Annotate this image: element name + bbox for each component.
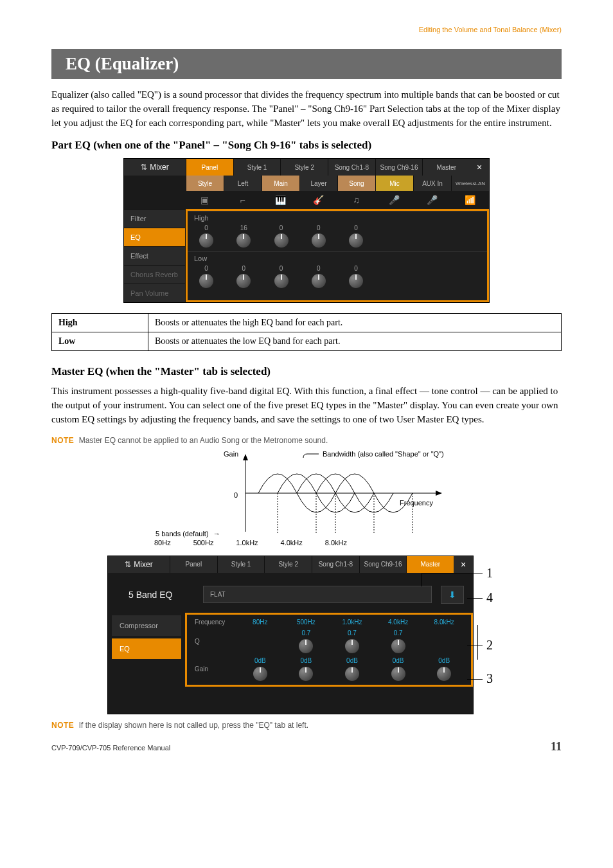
high-val: 0 — [204, 224, 208, 231]
table-row: High Boosts or attenuates the high EQ ba… — [52, 314, 562, 332]
callout-4: 4 — [486, 590, 493, 605]
note-text: If the display shown here is not called … — [79, 721, 308, 730]
low-knob[interactable] — [274, 274, 289, 288]
param-desc: Boosts or attenuates the high EQ band fo… — [148, 314, 562, 332]
defaults-label: 5 bands (default) → — [155, 530, 223, 538]
parteq-screenshot: ⇅ Mixer Panel Style 1 Style 2 Song Ch1-8… — [123, 158, 490, 303]
part-icon: 🎸 — [299, 191, 337, 209]
part-style[interactable]: Style — [186, 176, 224, 191]
sidebar-eq[interactable]: EQ — [112, 638, 181, 659]
tab-master[interactable]: Master — [422, 159, 470, 176]
part-wireless[interactable]: WirelessLAN — [451, 176, 489, 191]
low-knob[interactable] — [312, 274, 326, 288]
breadcrumb: Editing the Volume and Tonal Balance (Mi… — [51, 26, 562, 33]
sidebar-chorus-reverb[interactable]: Chorus Reverb — [124, 265, 186, 284]
defaults-text: 5 bands (default) — [155, 530, 209, 538]
q-val: 0.7 — [329, 629, 375, 653]
part-icon: 🎹 — [262, 191, 299, 209]
freq-val[interactable]: 500Hz — [283, 619, 330, 626]
tab-songch1-8[interactable]: Song Ch1-8 — [328, 159, 375, 176]
part-icon: ▣ — [186, 191, 224, 209]
q-knob[interactable] — [345, 639, 359, 653]
callout-line — [467, 598, 483, 599]
mixer-title-text: Mixer — [134, 560, 152, 569]
freq-val[interactable]: 1.0kHz — [329, 619, 375, 626]
gain-val: 0dB — [375, 657, 422, 681]
gain-knob[interactable] — [253, 667, 267, 681]
part-left[interactable]: Left — [224, 176, 262, 191]
low-knob[interactable] — [199, 274, 213, 288]
section-title: EQ (Equalizer) — [51, 49, 562, 79]
mixer-title: ⇅ Mixer — [124, 159, 186, 176]
sidebar-pan-volume[interactable]: Pan Volume — [124, 284, 186, 302]
table-row: Low Boosts or attenuates the low EQ band… — [52, 332, 562, 351]
part-layer[interactable]: Layer — [299, 176, 337, 191]
high-knob[interactable] — [274, 233, 289, 248]
callout-2: 2 — [486, 638, 493, 653]
mixer-title: ⇅ Mixer — [108, 556, 170, 573]
q-knob[interactable] — [391, 639, 405, 653]
gain-row-label: Gain — [191, 665, 237, 673]
wifi-icon: 📶 — [451, 191, 489, 209]
freq-val[interactable]: 80Hz — [237, 619, 283, 626]
page-number: 11 — [551, 740, 562, 754]
freq-row-label: Frequency — [191, 619, 237, 626]
gain-knob[interactable] — [299, 667, 313, 681]
intro-paragraph: Equalizer (also called "EQ") is a sound … — [51, 88, 562, 130]
frequency-label: Frequency — [400, 499, 433, 507]
tab-style1[interactable]: Style 1 — [233, 159, 281, 176]
sidebar-eq[interactable]: EQ — [124, 228, 186, 246]
callout-line — [421, 574, 422, 586]
high-label: High — [188, 213, 487, 223]
high-knob[interactable] — [312, 233, 326, 248]
q-row-label: Q — [191, 638, 237, 645]
part-mic[interactable]: Mic — [375, 176, 413, 191]
gain-knob[interactable] — [345, 667, 359, 681]
note-label: NOTE — [51, 721, 74, 730]
tab-style2[interactable]: Style 2 — [280, 159, 328, 176]
low-knob[interactable] — [236, 274, 251, 288]
gain-val: 0dB — [421, 657, 467, 681]
curve-bands: 80Hz 500Hz 1.0kHz 4.0kHz 8.0kHz — [154, 539, 347, 547]
tab-panel[interactable]: Panel — [170, 556, 217, 573]
part-auxin[interactable]: AUX In — [413, 176, 451, 191]
param-desc: Boosts or attenuates the low EQ band for… — [148, 332, 562, 351]
zero-label: 0 — [234, 491, 238, 499]
tab-style1[interactable]: Style 1 — [217, 556, 265, 573]
preset-select[interactable]: FLAT — [203, 586, 432, 603]
close-icon[interactable]: × — [470, 159, 489, 176]
freq-val[interactable]: 8.0kHz — [421, 619, 467, 626]
tab-songch1-8[interactable]: Song Ch1-8 — [312, 556, 359, 573]
note-label: NOTE — [51, 436, 74, 445]
freq-val[interactable]: 4.0kHz — [375, 619, 422, 626]
high-knob[interactable] — [349, 233, 363, 248]
sidebar-effect[interactable]: Effect — [124, 246, 186, 265]
tab-songch9-16[interactable]: Song Ch9-16 — [359, 556, 407, 573]
gain-val: 0dB — [283, 657, 330, 681]
note-display: NOTE If the display shown here is not ca… — [51, 721, 562, 730]
low-val: 0 — [204, 265, 208, 272]
band-label: 4.0kHz — [281, 539, 303, 547]
tab-songch9-16[interactable]: Song Ch9-16 — [375, 159, 423, 176]
low-knob[interactable] — [349, 274, 363, 288]
tab-style2[interactable]: Style 2 — [264, 556, 312, 573]
tab-master[interactable]: Master — [406, 556, 454, 573]
mastereq-heading: Master EQ (when the "Master" tab is sele… — [51, 365, 562, 378]
high-val: 16 — [240, 224, 247, 231]
part-main[interactable]: Main — [262, 176, 299, 191]
part-icon: ⌐ — [224, 191, 262, 209]
mixer-title-text: Mixer — [150, 163, 168, 172]
part-song[interactable]: Song — [337, 176, 375, 191]
svg-marker-3 — [436, 491, 442, 496]
save-button[interactable]: ⬇ — [441, 586, 464, 604]
high-knob[interactable] — [199, 233, 213, 248]
gain-knob[interactable] — [391, 667, 405, 681]
sidebar-filter[interactable]: Filter — [124, 209, 186, 228]
footer-manual-title: CVP-709/CVP-705 Reference Manual — [51, 744, 170, 752]
close-icon[interactable]: × — [454, 556, 473, 573]
tab-panel[interactable]: Panel — [186, 159, 233, 176]
high-knob[interactable] — [236, 233, 251, 248]
sidebar-compressor[interactable]: Compressor — [112, 615, 181, 636]
q-knob[interactable] — [299, 639, 313, 653]
gain-knob[interactable] — [437, 667, 451, 681]
